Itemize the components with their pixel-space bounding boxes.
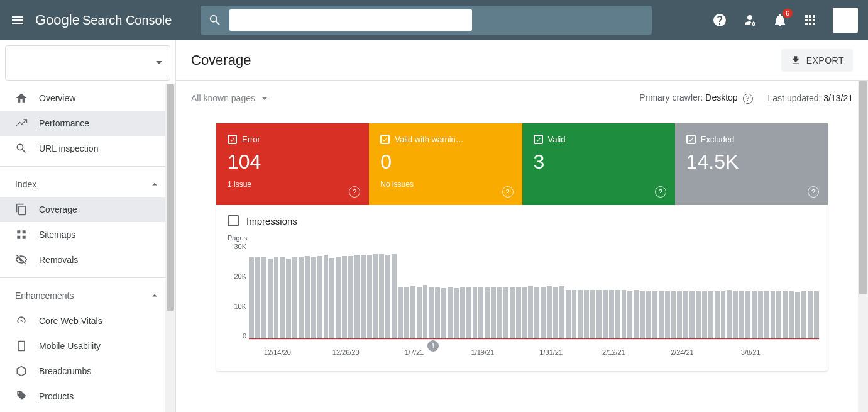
sidebar-label: Performance xyxy=(39,118,89,128)
sidebar-section-index[interactable]: Index xyxy=(0,172,175,197)
download-icon xyxy=(790,55,801,66)
sidebar-scrollbar[interactable] xyxy=(165,84,175,412)
phone-icon xyxy=(15,340,28,352)
checkbox-icon xyxy=(534,135,543,144)
tab-error-value: 104 xyxy=(228,150,358,174)
pages-filter-dropdown[interactable]: All known pages xyxy=(191,93,268,103)
tab-valid-value: 3 xyxy=(534,150,664,174)
checkbox-icon xyxy=(380,135,390,144)
logo-google: Google xyxy=(35,12,80,28)
avatar[interactable] xyxy=(833,8,858,33)
sidebar-item-mobile[interactable]: Mobile Usability xyxy=(0,333,175,359)
tag-icon xyxy=(15,390,28,403)
property-selector[interactable] xyxy=(5,45,170,81)
sidebar-item-sitemaps[interactable]: Sitemaps xyxy=(0,222,175,247)
sidebar-label: Coverage xyxy=(39,204,77,214)
gauge-icon xyxy=(15,315,28,327)
notifications-icon[interactable]: 6 xyxy=(772,13,788,28)
chart-marker[interactable]: 1 xyxy=(427,340,439,352)
notification-badge: 6 xyxy=(783,9,793,18)
home-icon xyxy=(15,92,28,104)
sidebar-label: Products xyxy=(39,391,74,401)
search-bar[interactable] xyxy=(201,6,652,35)
apps-icon[interactable] xyxy=(803,13,818,28)
tab-excluded[interactable]: Excluded 14.5K ? xyxy=(675,123,828,205)
logo-sc: Search Console xyxy=(82,13,172,28)
logo: Google Search Console xyxy=(35,12,172,28)
sidebar-label: Removals xyxy=(39,255,78,265)
menu-icon[interactable] xyxy=(10,13,25,28)
sidebar-item-coverage[interactable]: Coverage xyxy=(0,197,175,222)
checkbox-icon xyxy=(686,135,696,144)
checkbox-icon xyxy=(228,135,237,144)
tab-excl-value: 14.5K xyxy=(686,150,816,174)
last-updated: Last updated: 3/13/21 xyxy=(768,93,853,103)
chevron-down-icon xyxy=(261,97,268,100)
help-icon[interactable]: ? xyxy=(655,186,666,198)
chevron-down-icon xyxy=(156,61,162,64)
sidebar-item-overview[interactable]: Overview xyxy=(0,86,175,111)
sidebar-label: Core Web Vitals xyxy=(39,316,102,326)
main-scrollbar[interactable] xyxy=(858,81,868,412)
sidebar-label: Breadcrumbs xyxy=(39,366,91,376)
sidebar-label: Overview xyxy=(39,93,75,103)
sidebar-item-url-inspection[interactable]: URL inspection xyxy=(0,136,175,161)
primary-crawler: Primary crawler: Desktop ? xyxy=(639,92,752,104)
sidebar-label: Mobile Usability xyxy=(39,341,101,351)
sidebar-item-breadcrumbs[interactable]: Breadcrumbs xyxy=(0,359,175,384)
help-icon[interactable] xyxy=(712,13,727,28)
eye-off-icon xyxy=(15,253,28,266)
sidebar-item-products[interactable]: Products xyxy=(0,384,175,409)
search-icon xyxy=(15,142,28,155)
sidebar-section-enhancements[interactable]: Enhancements xyxy=(0,283,175,308)
search-input[interactable] xyxy=(229,9,472,31)
sitemap-icon xyxy=(15,228,28,241)
help-icon[interactable]: ? xyxy=(743,94,753,104)
sidebar-label: Sitemaps xyxy=(39,230,75,240)
copy-icon xyxy=(15,203,28,216)
help-icon[interactable]: ? xyxy=(808,186,819,198)
chevron-up-icon xyxy=(149,179,160,190)
tab-error[interactable]: Error 104 1 issue ? xyxy=(216,123,369,205)
page-title: Coverage xyxy=(191,52,251,69)
impressions-label: Impressions xyxy=(246,216,297,226)
user-settings-icon[interactable] xyxy=(742,13,757,28)
help-icon[interactable]: ? xyxy=(349,186,360,198)
tab-warn-value: 0 xyxy=(380,150,510,174)
impressions-checkbox[interactable] xyxy=(228,215,239,226)
coverage-chart: Pages 30K20K10K0 12/14/2012/26/201/7/211… xyxy=(216,231,828,371)
cube-icon xyxy=(15,365,28,377)
export-button[interactable]: EXPORT xyxy=(781,49,853,72)
sidebar-item-removals[interactable]: Removals xyxy=(0,247,175,272)
help-icon[interactable]: ? xyxy=(502,186,514,198)
search-icon xyxy=(208,13,222,27)
chevron-up-icon xyxy=(149,290,160,301)
sidebar-item-cwv[interactable]: Core Web Vitals xyxy=(0,308,175,333)
sidebar-label: URL inspection xyxy=(39,143,98,153)
sidebar-item-performance[interactable]: Performance xyxy=(0,111,175,136)
tab-valid[interactable]: Valid 3 ? xyxy=(522,123,675,205)
trend-icon xyxy=(15,117,28,130)
tab-warning[interactable]: Valid with warnin… 0 No issues ? xyxy=(369,123,522,205)
